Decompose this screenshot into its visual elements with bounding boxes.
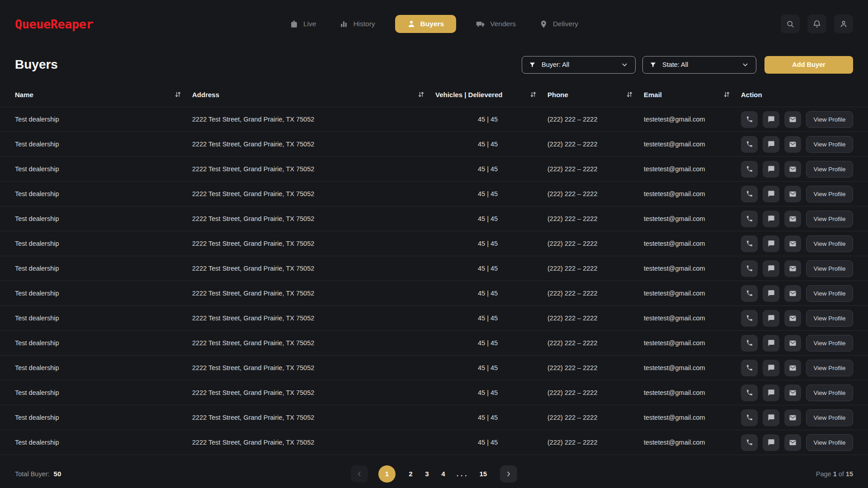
sort-icon[interactable] — [175, 91, 181, 98]
message-button[interactable] — [763, 161, 779, 178]
nav-item-delivery[interactable]: Delivery — [536, 15, 582, 33]
message-button[interactable] — [763, 434, 779, 451]
view-profile-button[interactable]: View Profile — [806, 434, 853, 451]
envelope-icon — [789, 364, 797, 372]
sort-icon[interactable] — [723, 91, 730, 98]
call-button[interactable] — [741, 385, 758, 401]
total-value: 50 — [54, 470, 61, 478]
email-button[interactable] — [784, 111, 801, 128]
email-button[interactable] — [784, 211, 801, 227]
view-profile-button[interactable]: View Profile — [806, 111, 853, 128]
notifications-button[interactable] — [807, 14, 826, 33]
email-button[interactable] — [784, 360, 801, 376]
view-profile-button[interactable]: View Profile — [806, 409, 853, 426]
view-profile-button[interactable]: View Profile — [806, 186, 853, 202]
email-button[interactable] — [784, 310, 801, 327]
buyer-name: Test dealership — [15, 141, 192, 148]
email-button[interactable] — [784, 285, 801, 302]
page-button-4[interactable]: 4 — [440, 470, 446, 478]
view-profile-button[interactable]: View Profile — [806, 285, 853, 302]
message-button[interactable] — [763, 360, 779, 376]
view-profile-button[interactable]: View Profile — [806, 385, 853, 401]
table-row: Test dealership 2222 Test Street, Grand … — [0, 380, 868, 405]
table-row: Test dealership 2222 Test Street, Grand … — [0, 131, 868, 156]
email-button[interactable] — [784, 235, 801, 252]
phone-icon — [746, 364, 753, 371]
view-profile-button[interactable]: View Profile — [806, 360, 853, 376]
message-button[interactable] — [763, 310, 779, 327]
view-profile-button[interactable]: View Profile — [806, 260, 853, 277]
call-button[interactable] — [741, 409, 758, 426]
sort-icon[interactable] — [418, 91, 425, 98]
message-button[interactable] — [763, 385, 779, 401]
next-page-button[interactable] — [500, 465, 517, 483]
phone-icon — [746, 240, 753, 247]
view-profile-button[interactable]: View Profile — [806, 211, 853, 227]
message-button[interactable] — [763, 285, 779, 302]
nav-item-venders[interactable]: Venders — [472, 14, 519, 33]
call-button[interactable] — [741, 111, 758, 128]
email-button[interactable] — [784, 335, 801, 352]
person-icon — [407, 20, 415, 28]
call-button[interactable] — [741, 285, 758, 302]
message-button[interactable] — [763, 111, 779, 128]
email-button[interactable] — [784, 136, 801, 153]
message-button[interactable] — [763, 409, 779, 426]
row-actions: View Profile — [741, 434, 853, 451]
call-button[interactable] — [741, 186, 758, 202]
call-button[interactable] — [741, 161, 758, 178]
buyer-filter-value: Buyer: All — [542, 61, 569, 68]
call-button[interactable] — [741, 335, 758, 352]
view-profile-button[interactable]: View Profile — [806, 310, 853, 327]
add-buyer-button[interactable]: Add Buyer — [764, 56, 853, 74]
view-profile-button[interactable]: View Profile — [806, 136, 853, 153]
email-button[interactable] — [784, 434, 801, 451]
page-button-3[interactable]: 3 — [424, 470, 430, 478]
page-button-1[interactable]: 1 — [378, 465, 396, 483]
message-button[interactable] — [763, 211, 779, 227]
email-button[interactable] — [784, 186, 801, 202]
chevron-right-icon — [505, 470, 513, 478]
nav-label: History — [353, 20, 375, 28]
truck-icon — [476, 19, 485, 28]
view-profile-button[interactable]: View Profile — [806, 235, 853, 252]
email-button[interactable] — [784, 161, 801, 178]
buyer-vehicles-delivered: 45 | 45 — [435, 439, 547, 446]
nav-item-live[interactable]: Live — [286, 15, 320, 33]
page-button-2[interactable]: 2 — [408, 470, 414, 478]
call-button[interactable] — [741, 360, 758, 376]
nav-item-buyers[interactable]: Buyers — [395, 15, 457, 33]
call-button[interactable] — [741, 235, 758, 252]
call-button[interactable] — [741, 260, 758, 277]
call-button[interactable] — [741, 211, 758, 227]
profile-button[interactable] — [834, 14, 853, 33]
page-button-15[interactable]: 15 — [479, 470, 487, 478]
buyer-phone: (222) 222 – 2222 — [547, 389, 644, 396]
message-button[interactable] — [763, 136, 779, 153]
call-button[interactable] — [741, 434, 758, 451]
row-actions: View Profile — [741, 310, 853, 327]
message-button[interactable] — [763, 186, 779, 202]
buyer-address: 2222 Test Street, Grand Prairie, TX 7505… — [192, 116, 435, 123]
chat-icon — [768, 165, 775, 173]
search-button[interactable] — [781, 14, 800, 33]
previous-page-button[interactable] — [351, 465, 368, 483]
view-profile-button[interactable]: View Profile — [806, 335, 853, 352]
message-button[interactable] — [763, 235, 779, 252]
nav-item-history[interactable]: History — [336, 15, 378, 33]
message-button[interactable] — [763, 260, 779, 277]
call-button[interactable] — [741, 310, 758, 327]
sort-icon[interactable] — [626, 91, 633, 98]
state-filter-dropdown[interactable]: State: All — [642, 56, 756, 74]
buyer-filter-dropdown[interactable]: Buyer: All — [522, 56, 636, 74]
envelope-icon — [789, 116, 797, 123]
call-button[interactable] — [741, 136, 758, 153]
email-button[interactable] — [784, 409, 801, 426]
email-button[interactable] — [784, 385, 801, 401]
message-button[interactable] — [763, 335, 779, 352]
view-profile-button[interactable]: View Profile — [806, 161, 853, 178]
email-button[interactable] — [784, 260, 801, 277]
buyer-address: 2222 Test Street, Grand Prairie, TX 7505… — [192, 265, 435, 272]
sort-icon[interactable] — [530, 91, 537, 98]
buyer-vehicles-delivered: 45 | 45 — [435, 215, 547, 222]
